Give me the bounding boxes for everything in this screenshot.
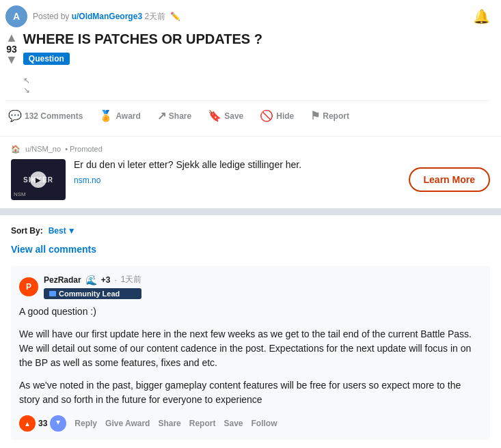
vote-count: 93 [6,44,17,55]
report-label: Report [323,111,349,121]
comment-points: +3 [101,275,111,285]
award-label: Award [116,111,140,121]
save-button[interactable]: 🔖 Save [205,107,246,125]
ad-container: 🏠 u/NSM_no • Promoted SIKKER ▶ NSM Er du… [0,136,501,208]
ad-user[interactable]: u/NSM_no [25,145,61,153]
follow-button[interactable]: Follow [251,419,277,428]
comments-icon: 💬 [8,109,22,122]
ad-promoted: • Promoted [63,145,103,153]
comment-header: P PezRadar 🌊 +3 · 1天前 Community Lead [19,274,482,299]
ad-description: Er du den vi leter etter? Sjekk alle led… [74,159,401,170]
post-action-bar: 💬 132 Comments 🏅 Award ↗ Share 🔖 Save 🚫 … [5,100,490,130]
give-award-button[interactable]: Give Award [105,419,150,428]
share-icon: ↗ [157,109,166,122]
save-label: Save [224,111,243,121]
post-time: 2天前 [144,12,165,21]
comment-paragraph2: As we've noted in the past, bigger gamep… [19,378,482,407]
post-container: A Posted by u/OldManGeorge3 2天前 ✏️ 🔔 ▲ 9… [0,0,501,136]
comment-downvote-avatar: ▲ [50,415,66,432]
comment-paragraph1: We will have our first update here in th… [19,327,482,370]
award-button[interactable]: 🏅 Award [96,107,143,125]
reply-button[interactable]: Reply [75,419,97,428]
ad-url[interactable]: nsm.no [74,176,401,185]
ad-play-button[interactable]: ▶ [30,171,46,188]
comment-save-button[interactable]: Save [224,419,243,428]
community-lead-badge: Community Lead [44,288,141,299]
comment-username[interactable]: PezRadar [44,275,81,285]
post-meta: Posted by u/OldManGeorge3 2天前 ✏️ [33,11,180,23]
comment-upvote-avatar: ▲ [19,415,36,432]
hide-label: Hide [276,111,294,121]
comment-greeting: A good question :) [19,305,482,319]
save-icon: 🔖 [208,109,221,122]
comment-emoji: 🌊 [85,275,97,285]
comment-footer: ▲ 33 ▲ Reply Give Award Share Report Sav… [19,415,482,432]
view-all-comments-link[interactable]: View all comments [11,244,490,255]
sort-bar: Sort By: Best ▼ [11,226,490,236]
downvote-button[interactable]: ▲ [5,55,18,67]
ad-label: 🏠 u/NSM_no • Promoted [11,145,490,154]
badge-icon [49,291,56,296]
post-content-wrapper: ▲ 93 ▲ WHERE IS PATCHES OR UPDATES ? Que… [5,31,490,100]
post-author[interactable]: u/OldManGeorge3 [72,12,142,21]
share-label: Share [169,111,191,121]
award-icon: 🏅 [99,109,113,122]
comment-avatar: P [19,277,38,296]
comment-share-button[interactable]: Share [158,419,180,428]
hide-button[interactable]: 🚫 Hide [257,107,297,125]
ad-thumbnail: SIKKER ▶ NSM [11,159,66,200]
section-divider [0,208,501,215]
report-button[interactable]: ⚑ Report [308,107,352,125]
ad-content: Er du den vi leter etter? Sjekk alle led… [74,159,401,185]
notification-icon[interactable]: 🔔 [473,8,490,25]
sort-value-text: Best [49,226,66,236]
share-button[interactable]: ↗ Share [154,107,194,125]
comment-vote-count: 33 [38,419,47,428]
upvote-button[interactable]: ▲ [5,31,18,44]
comment-time: 1天前 [121,274,142,285]
edit-icon: ✏️ [170,12,180,21]
sort-dropdown[interactable]: Best ▼ [49,226,76,236]
comments-section: Sort By: Best ▼ View all comments P PezR… [0,215,501,448]
comment-report-button[interactable]: Report [189,419,216,428]
post-body: WHERE IS PATCHES OR UPDATES ? Question ↖… [23,31,490,100]
report-icon: ⚑ [310,109,320,122]
expand-icon[interactable]: ↖ ↘ [23,76,490,95]
post-title: WHERE IS PATCHES OR UPDATES ? [23,31,490,47]
vote-section: ▲ 93 ▲ [5,31,18,67]
learn-more-button[interactable]: Learn More [409,167,490,192]
comment-container: P PezRadar 🌊 +3 · 1天前 Community Lead A g… [11,266,490,440]
flair-badge[interactable]: Question [23,53,70,65]
comment-vote: ▲ 33 ▲ [19,415,66,432]
sort-chevron-icon: ▼ [68,226,76,236]
sort-label: Sort By: [11,226,43,236]
badge-label: Community Lead [59,290,120,298]
post-avatar: A [5,5,27,27]
ad-nsm-logo: NSM [14,191,26,197]
comment-separator: · [114,275,116,285]
hide-icon: 🚫 [260,109,273,122]
comments-count: 132 Comments [25,111,83,121]
comments-button[interactable]: 💬 132 Comments [5,107,85,125]
